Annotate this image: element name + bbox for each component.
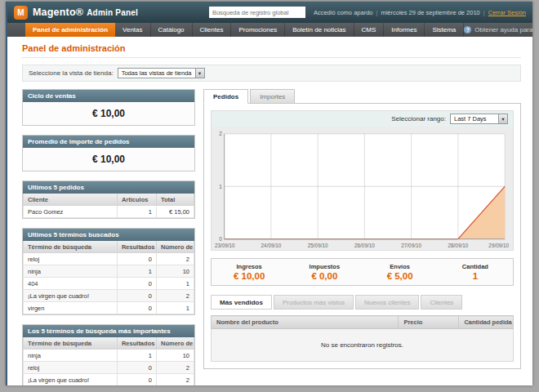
table-row[interactable]: Paco Gomez 1 € 15,00: [24, 206, 194, 218]
nav-item-0[interactable]: Panel de administración: [25, 23, 115, 37]
metrics-bar: Ingresos € 10,00 Impuestos € 0,00 Envíos…: [211, 258, 514, 286]
left-column: Ciclo de ventas € 10,00 Promedio de impo…: [22, 89, 195, 385]
products-column-header: Precio: [399, 316, 459, 329]
table-row[interactable]: virgen 0 1: [24, 302, 194, 314]
card-title: Ciclo de ventas: [23, 90, 194, 102]
cell-term: reloj: [24, 362, 118, 374]
cell-count: 0: [117, 290, 156, 302]
cell-total: 10: [157, 350, 194, 362]
help-globe-icon: ?: [464, 26, 471, 33]
products-column-header: Cantidad pedida: [459, 316, 514, 329]
bottom-tab[interactable]: Más vendidos: [211, 295, 272, 310]
metric-label: Cantidad: [438, 263, 513, 270]
cell-count: 0: [117, 278, 156, 290]
svg-text:29/09/10: 29/09/10: [488, 243, 509, 248]
svg-text:28/09/10: 28/09/10: [448, 243, 469, 248]
svg-text:0: 0: [219, 236, 222, 242]
store-view-label: Seleccione la vista de tienda:: [29, 69, 114, 77]
metric-label: Impuestos: [287, 263, 362, 270]
column-header: Término de búsqueda: [24, 241, 118, 253]
nav-items: Panel de administraciónVentasCatálogoCli…: [25, 23, 464, 37]
app-title-main: Magento®: [33, 7, 83, 18]
cell-term: ¡La virgen que cuadro!: [24, 374, 118, 386]
tab-importes[interactable]: Importes: [250, 89, 295, 104]
table-row[interactable]: reloj 0 2: [24, 362, 194, 374]
metric-value: € 0,00: [287, 271, 362, 281]
table-row[interactable]: ¡La virgen que cuadro! 0 2: [24, 374, 194, 386]
orders-chart: 01223/09/1024/09/1025/09/1026/09/1027/09…: [212, 127, 513, 250]
nav-item-1[interactable]: Ventas: [115, 23, 150, 37]
cell-term: Paco Gomez: [24, 206, 118, 218]
header-bar: M Magento®Admin Panel Accedió como apard…: [7, 2, 532, 23]
nav-item-7[interactable]: Informes: [384, 23, 425, 37]
range-select[interactable]: Last 7 Days ▼: [450, 114, 508, 124]
summary-card: Promedio de importe de pedidos € 10,00: [22, 135, 195, 172]
metric-label: Envíos: [363, 263, 438, 270]
column-header: Cliente: [24, 194, 118, 206]
cell-total: € 15,00: [157, 206, 194, 218]
magento-logo-icon: M: [14, 6, 28, 20]
app-title: Magento®Admin Panel: [33, 7, 138, 18]
bottom-tab: Productos más vistos: [274, 295, 354, 310]
store-view-select[interactable]: Todas las vistas de tienda ▼: [118, 68, 205, 78]
nav-item-8[interactable]: Sistema: [425, 23, 464, 37]
cell-total: 2: [157, 253, 194, 265]
table-row[interactable]: ninja 1 10: [24, 265, 194, 278]
table-row[interactable]: ¡La virgen que cuadro! 0 2: [24, 290, 194, 302]
svg-text:2: 2: [219, 131, 222, 136]
metric: Cantidad 1: [438, 263, 513, 281]
tab-pedidos[interactable]: Pedidos: [203, 89, 248, 104]
cell-total: 2: [157, 362, 194, 374]
bottom-tabs: Más vendidosProductos más vistosNuevos c…: [211, 295, 514, 310]
chevron-down-icon: ▼: [498, 114, 507, 123]
list-card: Ultimos 5 pedidos ClienteArticulosTotal …: [22, 180, 195, 219]
svg-text:1: 1: [219, 184, 222, 189]
metric-value: € 5,00: [363, 271, 438, 281]
chevron-down-icon: ▼: [195, 69, 204, 78]
svg-text:26/09/10: 26/09/10: [354, 243, 375, 248]
chart-box: Seleccionar rango: Last 7 Days ▼ 01223/0…: [211, 110, 514, 251]
table-row[interactable]: 404 0 1: [24, 278, 194, 290]
range-label: Seleccionar rango:: [391, 115, 446, 122]
header-user-info: Accedió como apardo | miércoles 29 de se…: [314, 9, 526, 16]
list-card: Ultimos 5 términos buscados Término de b…: [22, 228, 195, 315]
help-link[interactable]: ? Obtener ayuda para esta página: [464, 23, 532, 37]
card-value: € 10,00: [23, 148, 194, 171]
separator: |: [483, 9, 485, 16]
svg-text:27/09/10: 27/09/10: [401, 243, 421, 248]
nav-item-2[interactable]: Catálogo: [151, 23, 193, 37]
cell-total: 1: [157, 278, 194, 290]
empty-message: No se encontraron registros.: [212, 329, 514, 362]
bottom-tab: Nuevos clientes: [355, 295, 419, 310]
admin-window: M Magento®Admin Panel Accedió como apard…: [6, 2, 532, 385]
card-title: Los 5 términos de búsqueda más important…: [23, 325, 194, 337]
table-row[interactable]: reloj 0 2: [24, 253, 194, 265]
nav-item-4[interactable]: Promociones: [231, 23, 285, 37]
card-title: Promedio de importe de pedidos: [23, 136, 194, 148]
products-table-header: Nombre del productoPrecioCantidad pedida: [212, 316, 514, 329]
cell-count: 1: [117, 206, 156, 218]
orders-panel: Seleccionar rango: Last 7 Days ▼ 01223/0…: [203, 103, 521, 369]
svg-text:24/09/10: 24/09/10: [261, 243, 282, 248]
page-title: Panel de administración: [22, 43, 521, 58]
cell-term: ¡La virgen que cuadro!: [24, 290, 118, 302]
nav-item-3[interactable]: Clientes: [193, 23, 232, 37]
logout-link[interactable]: Cerrar Sesión: [488, 9, 526, 16]
column-header: Total: [157, 194, 194, 206]
cell-total: 1: [157, 302, 194, 314]
svg-text:25/09/10: 25/09/10: [308, 243, 328, 248]
table-row[interactable]: ninja 1 10: [24, 350, 194, 362]
metric: Ingresos € 10,00: [212, 263, 287, 281]
cell-count: 0: [117, 253, 156, 265]
mini-table: Término de búsquedaResultadosNúmero de u…: [23, 337, 194, 385]
global-search-input[interactable]: [209, 7, 305, 18]
range-value: Last 7 Days: [451, 114, 498, 123]
right-column: PedidosImportes Seleccionar rango: Last …: [203, 89, 521, 369]
cell-term: ninja: [24, 350, 118, 362]
nav-item-6[interactable]: CMS: [354, 23, 385, 37]
nav-item-5[interactable]: Boletín de noticias: [285, 23, 354, 37]
summary-card: Ciclo de ventas € 10,00: [22, 89, 195, 126]
column-header: Número de usos: [157, 337, 194, 350]
metric: Impuestos € 0,00: [287, 263, 362, 281]
metric-label: Ingresos: [212, 263, 287, 270]
